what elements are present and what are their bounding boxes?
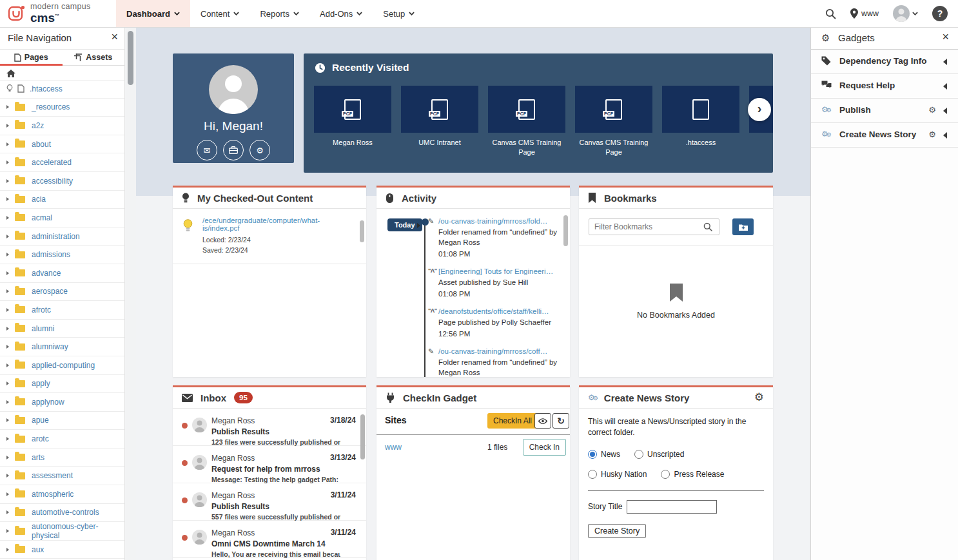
- caret-right-icon[interactable]: [6, 381, 9, 385]
- gadget-settings-gear-icon[interactable]: ⚙: [928, 130, 936, 139]
- caret-right-icon[interactable]: [6, 197, 9, 201]
- checked-out-item[interactable]: /ece/undergraduate/computer/what-is/inde…: [173, 209, 366, 264]
- settings-gear-icon[interactable]: ⚙: [249, 140, 270, 160]
- gadget-request-help[interactable]: Request Help: [811, 74, 958, 99]
- menu-reports[interactable]: Reports: [249, 0, 309, 27]
- expand-left-icon[interactable]: [943, 132, 947, 139]
- caret-right-icon[interactable]: [6, 308, 9, 312]
- caret-right-icon[interactable]: [6, 327, 9, 331]
- radio-button[interactable]: [588, 470, 597, 479]
- folder-row[interactable]: about: [0, 135, 124, 154]
- radio-husky-nation[interactable]: Husky Nation: [588, 470, 647, 479]
- gadget-settings-gear-icon[interactable]: ⚙: [928, 105, 936, 115]
- caret-right-icon[interactable]: [6, 345, 9, 349]
- caret-right-icon[interactable]: [6, 124, 9, 128]
- recent-tile[interactable]: PCF: [401, 86, 478, 133]
- caret-right-icon[interactable]: [6, 235, 9, 238]
- caret-right-icon[interactable]: [6, 142, 9, 146]
- brand-logo[interactable]: modern campus cms™: [8, 3, 91, 24]
- inbox-message[interactable]: Megan Ross 3/11/24 Omni CMS Downtime Mar…: [173, 521, 366, 558]
- folder-row[interactable]: advance: [0, 264, 124, 283]
- folder-row[interactable]: arts: [0, 449, 124, 467]
- tab-pages[interactable]: Pages: [0, 50, 63, 65]
- caret-right-icon[interactable]: [6, 363, 9, 367]
- view-toggle-button[interactable]: [534, 413, 551, 429]
- recent-tile[interactable]: PCF: [575, 86, 652, 133]
- folder-row[interactable]: arotc: [0, 430, 124, 449]
- caret-right-icon[interactable]: [6, 271, 9, 275]
- menu-setup[interactable]: Setup: [373, 0, 425, 27]
- check-in-button[interactable]: Check In: [523, 439, 566, 456]
- gadget-create-news-story[interactable]: ⚙⚙ Create News Story ⚙: [811, 123, 958, 148]
- caret-right-icon[interactable]: [6, 437, 9, 441]
- inbox-message[interactable]: Megan Ross 3/11/24 Publish Results 557 f…: [173, 483, 366, 521]
- expand-left-icon[interactable]: [943, 83, 947, 90]
- caret-right-icon[interactable]: [6, 105, 9, 109]
- briefcase-icon[interactable]: [223, 140, 244, 160]
- caret-right-icon[interactable]: [6, 456, 9, 459]
- caret-right-icon[interactable]: [6, 253, 9, 256]
- create-story-button[interactable]: Create Story: [588, 524, 646, 538]
- inbox-message[interactable]: Megan Ross 3/13/24 Request for help from…: [173, 446, 366, 483]
- recent-tile[interactable]: PCF: [314, 86, 391, 133]
- expand-left-icon[interactable]: [943, 59, 947, 65]
- scrollbar-thumb[interactable]: [128, 31, 133, 85]
- caret-right-icon[interactable]: [6, 179, 9, 183]
- activity-link[interactable]: /ou-canvas-training/mrross/fold…: [438, 217, 560, 225]
- scrollbar-thumb[interactable]: [360, 220, 364, 242]
- activity-link[interactable]: /ou-canvas-training/mrross/coff…: [438, 347, 560, 355]
- search-icon[interactable]: [825, 8, 836, 19]
- checked-out-path-link[interactable]: /ece/undergraduate/computer/what-is/inde…: [202, 217, 351, 232]
- folder-row[interactable]: acmal: [0, 209, 124, 227]
- site-link[interactable]: www: [385, 443, 402, 452]
- root-home-row[interactable]: [0, 66, 124, 81]
- folder-row[interactable]: admissions: [0, 246, 124, 264]
- caret-right-icon[interactable]: [6, 400, 9, 404]
- caret-right-icon[interactable]: [6, 418, 9, 422]
- radio-unscripted[interactable]: Unscripted: [634, 450, 684, 459]
- site-selector[interactable]: www: [850, 8, 879, 19]
- radio-news[interactable]: News: [588, 450, 620, 459]
- activity-link[interactable]: [Engineering] Touts for Engineeri…: [438, 267, 560, 275]
- folder-row[interactable]: automotive-controls: [0, 504, 124, 523]
- close-icon[interactable]: ×: [111, 30, 118, 44]
- radio-button[interactable]: [634, 450, 643, 459]
- filter-bookmarks-input[interactable]: [589, 218, 719, 235]
- folder-row[interactable]: atmospheric: [0, 485, 124, 504]
- radio-button[interactable]: [588, 450, 597, 459]
- activity-link[interactable]: /deanofstudents/office/staff/kelli…: [438, 307, 560, 315]
- menu-dashboard[interactable]: Dashboard: [116, 0, 190, 27]
- messages-icon[interactable]: ✉: [197, 140, 217, 160]
- folder-row[interactable]: aux: [0, 541, 124, 559]
- folder-row[interactable]: applied-computing: [0, 356, 124, 375]
- folder-row[interactable]: alumni: [0, 320, 124, 338]
- menu-content[interactable]: Content: [190, 0, 250, 27]
- menu-addons[interactable]: Add-Ons: [309, 0, 373, 27]
- inbox-message[interactable]: Megan Ross 3/18/24 Publish Results 123 f…: [173, 409, 366, 446]
- gadget-settings-gear-icon[interactable]: ⚙: [754, 391, 764, 404]
- scrollbar-thumb[interactable]: [563, 215, 568, 246]
- refresh-icon[interactable]: ↻: [552, 413, 569, 429]
- folder-row[interactable]: aerospace: [0, 283, 124, 302]
- close-icon[interactable]: ×: [942, 30, 949, 44]
- scrollbar-thumb[interactable]: [360, 414, 365, 459]
- recent-tile[interactable]: PCF: [488, 86, 565, 133]
- add-bookmark-button[interactable]: [732, 218, 754, 235]
- gadget-dependency-tag-info[interactable]: Dependency Tag Info: [811, 50, 958, 74]
- story-title-input[interactable]: [627, 500, 717, 514]
- folder-row[interactable]: accessibility: [0, 172, 124, 191]
- folder-row[interactable]: acia: [0, 191, 124, 209]
- user-menu[interactable]: [893, 5, 918, 22]
- radio-button[interactable]: [661, 470, 670, 479]
- gadget-publish[interactable]: ⚙⚙ Publish ⚙: [811, 99, 958, 123]
- caret-right-icon[interactable]: [6, 529, 9, 533]
- folder-row[interactable]: alumniway: [0, 338, 124, 356]
- caret-right-icon[interactable]: [6, 510, 9, 514]
- caret-right-icon[interactable]: [6, 160, 9, 164]
- caret-right-icon[interactable]: [6, 474, 9, 478]
- folder-row[interactable]: accelerated: [0, 153, 124, 172]
- folder-row[interactable]: apply: [0, 375, 124, 394]
- caret-right-icon[interactable]: [6, 216, 9, 220]
- folder-row[interactable]: autonomous-cyber-physical: [0, 522, 124, 541]
- folder-row[interactable]: afrotc: [0, 301, 124, 320]
